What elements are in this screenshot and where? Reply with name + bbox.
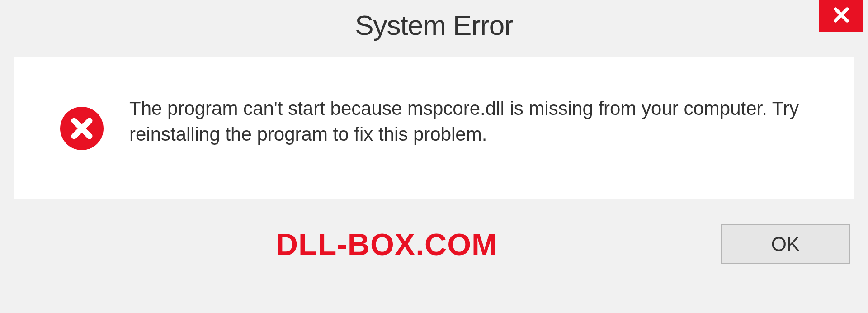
close-icon [831,5,851,27]
dialog-footer: DLL-BOX.COM OK [0,199,868,264]
close-button[interactable] [819,0,863,32]
ok-button[interactable]: OK [721,224,850,264]
message-panel: The program can't start because mspcore.… [14,57,854,199]
dialog-title: System Error [0,0,868,41]
watermark-text: DLL-BOX.COM [276,227,498,262]
error-icon [59,106,104,151]
error-message: The program can't start because mspcore.… [129,96,836,147]
